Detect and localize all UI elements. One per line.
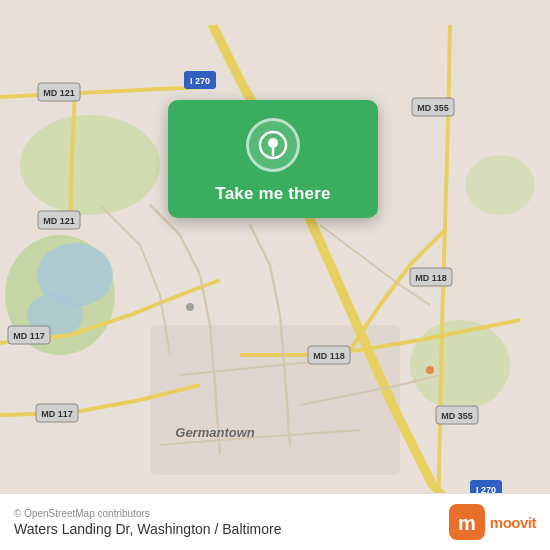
svg-text:MD 117: MD 117: [41, 409, 73, 419]
svg-text:Germantown: Germantown: [175, 425, 255, 440]
svg-point-1: [20, 115, 160, 215]
action-card: Take me there: [168, 100, 378, 218]
svg-point-29: [186, 303, 194, 311]
svg-text:MD 121: MD 121: [43, 216, 75, 226]
bottom-bar: © OpenStreetMap contributors Waters Land…: [0, 493, 550, 550]
moovit-logo-text: moovit: [490, 514, 536, 531]
svg-text:MD 355: MD 355: [417, 103, 449, 113]
svg-point-6: [465, 155, 535, 215]
svg-text:MD 118: MD 118: [415, 273, 447, 283]
svg-text:MD 355: MD 355: [441, 411, 473, 421]
moovit-icon: m: [449, 504, 485, 540]
svg-text:MD 117: MD 117: [13, 331, 45, 341]
moovit-logo[interactable]: m moovit: [449, 504, 536, 540]
attribution-text: © OpenStreetMap contributors: [14, 508, 281, 519]
location-label: Waters Landing Dr, Washington / Baltimor…: [14, 521, 281, 537]
svg-text:I 270: I 270: [190, 76, 210, 86]
svg-text:m: m: [458, 512, 476, 534]
svg-text:MD 118: MD 118: [313, 351, 345, 361]
map-container: I 270 I 270 MD 121 MD 121 MD 117 MD 117 …: [0, 0, 550, 550]
svg-text:MD 121: MD 121: [43, 88, 75, 98]
svg-point-30: [426, 366, 434, 374]
bottom-left: © OpenStreetMap contributors Waters Land…: [14, 508, 281, 537]
svg-point-32: [268, 138, 278, 148]
take-me-there-button[interactable]: Take me there: [215, 184, 330, 204]
location-icon-wrap: [246, 118, 300, 172]
location-pin-icon: [258, 130, 288, 160]
map-svg: I 270 I 270 MD 121 MD 121 MD 117 MD 117 …: [0, 0, 550, 550]
